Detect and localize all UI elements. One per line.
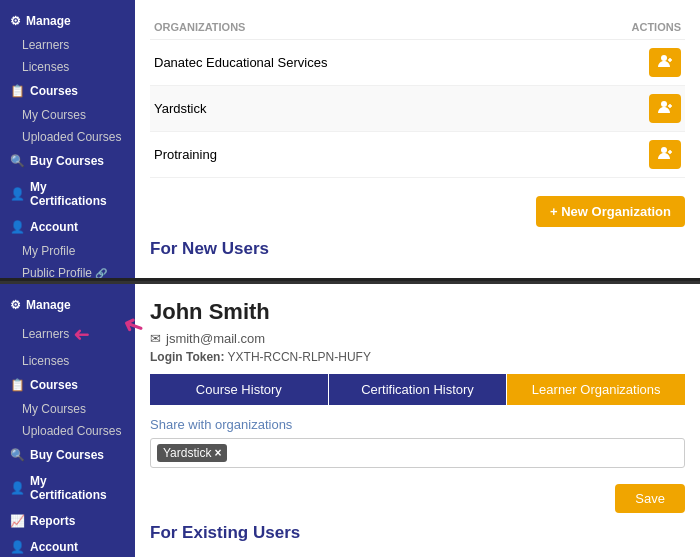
add-to-org-button[interactable] bbox=[649, 48, 681, 77]
action-cell bbox=[556, 40, 685, 86]
account-icon-b: 👤 bbox=[10, 540, 25, 554]
tag-remove-btn[interactable]: × bbox=[214, 446, 221, 460]
sidebar-my-courses-b[interactable]: My Courses bbox=[0, 398, 135, 420]
cert-icon-b: 👤 bbox=[10, 481, 25, 495]
for-existing-users-heading: For Existing Users bbox=[150, 523, 685, 543]
reports-icon: 📈 bbox=[10, 514, 25, 528]
account-section-b[interactable]: 👤 Account bbox=[0, 534, 135, 557]
org-name-cell: Yardstick bbox=[150, 86, 556, 132]
action-cell bbox=[556, 132, 685, 178]
sidebar-my-profile[interactable]: My Profile bbox=[0, 240, 135, 262]
my-certs-section-b[interactable]: 👤 My Certifications bbox=[0, 468, 135, 508]
tab-learner-organizations[interactable]: Learner Organizations bbox=[507, 374, 685, 405]
courses-icon-b: 📋 bbox=[10, 378, 25, 392]
login-token-row: Login Token: YXTH-RCCN-RLPN-HUFY bbox=[150, 350, 685, 364]
svg-point-0 bbox=[661, 55, 667, 61]
add-to-org-button[interactable] bbox=[649, 94, 681, 123]
arrow-learners: ➜ bbox=[73, 322, 90, 346]
search-icon-b: 🔍 bbox=[10, 448, 25, 462]
cert-icon: 👤 bbox=[10, 187, 25, 201]
org-col-header: ORGANIZATIONS bbox=[150, 15, 556, 40]
sidebar-learners-b[interactable]: Learners ➜ bbox=[0, 318, 135, 350]
external-link-icon: 🔗 bbox=[95, 268, 107, 279]
svg-point-1 bbox=[661, 101, 667, 107]
courses-section[interactable]: 📋 Courses bbox=[0, 78, 135, 104]
account-icon: 👤 bbox=[10, 220, 25, 234]
sidebar-bottom: ⚙ Manage Learners ➜ Licenses 📋 Courses M… bbox=[0, 284, 135, 557]
org-name-cell: Danatec Educational Services bbox=[150, 40, 556, 86]
tabs-bar: Course HistoryCertification HistoryLearn… bbox=[150, 374, 685, 405]
user-email-address: jsmith@mail.com bbox=[166, 331, 265, 346]
sidebar-top: ⚙ Manage Learners Licenses 📋 Courses My … bbox=[0, 0, 135, 278]
sidebar-licenses-b[interactable]: Licenses bbox=[0, 350, 135, 372]
user-email-row: ✉ jsmith@mail.com bbox=[150, 331, 685, 346]
svg-point-2 bbox=[661, 147, 667, 153]
buy-courses-section[interactable]: 🔍 Buy Courses bbox=[0, 148, 135, 174]
actions-col-header: ACTIONS bbox=[556, 15, 685, 40]
share-label: Share with organizations bbox=[150, 417, 685, 432]
save-button[interactable]: Save bbox=[615, 484, 685, 513]
share-section: Share with organizations Yardstick × bbox=[150, 417, 685, 468]
search-icon: 🔍 bbox=[10, 154, 25, 168]
org-tag-input[interactable]: Yardstick × bbox=[150, 438, 685, 468]
table-row: Yardstick bbox=[150, 86, 685, 132]
action-cell bbox=[556, 86, 685, 132]
manage-icon-b: ⚙ bbox=[10, 298, 21, 312]
manage-section-b[interactable]: ⚙ Manage bbox=[0, 292, 135, 318]
sidebar-uploaded-courses[interactable]: Uploaded Courses bbox=[0, 126, 135, 148]
main-bottom-content: John Smith ✉ jsmith@mail.com Login Token… bbox=[135, 284, 700, 557]
sidebar-learners[interactable]: Learners bbox=[0, 34, 135, 56]
tab-certification-history[interactable]: Certification History bbox=[329, 374, 508, 405]
table-row: Protraining bbox=[150, 132, 685, 178]
email-icon: ✉ bbox=[150, 331, 161, 346]
account-section[interactable]: 👤 Account bbox=[0, 214, 135, 240]
for-new-users-heading: For New Users bbox=[150, 239, 685, 259]
sidebar-my-courses[interactable]: My Courses bbox=[0, 104, 135, 126]
organizations-table: ORGANIZATIONS ACTIONS Danatec Educationa… bbox=[150, 15, 685, 178]
reports-section[interactable]: 📈 Reports bbox=[0, 508, 135, 534]
add-to-org-button[interactable] bbox=[649, 140, 681, 169]
manage-icon: ⚙ bbox=[10, 14, 21, 28]
tab-course-history[interactable]: Course History bbox=[150, 374, 329, 405]
sidebar-licenses[interactable]: Licenses bbox=[0, 56, 135, 78]
my-certs-section[interactable]: 👤 My Certifications bbox=[0, 174, 135, 214]
org-name-cell: Protraining bbox=[150, 132, 556, 178]
sidebar-uploaded-courses-b[interactable]: Uploaded Courses bbox=[0, 420, 135, 442]
new-org-button[interactable]: New Organization bbox=[536, 196, 685, 227]
yardstick-tag: Yardstick × bbox=[157, 444, 227, 462]
main-top-content: ORGANIZATIONS ACTIONS Danatec Educationa… bbox=[135, 0, 700, 278]
buy-courses-section-b[interactable]: 🔍 Buy Courses bbox=[0, 442, 135, 468]
manage-section[interactable]: ⚙ Manage bbox=[0, 8, 135, 34]
table-row: Danatec Educational Services bbox=[150, 40, 685, 86]
courses-section-b[interactable]: 📋 Courses bbox=[0, 372, 135, 398]
courses-icon: 📋 bbox=[10, 84, 25, 98]
user-name: John Smith bbox=[150, 299, 685, 325]
